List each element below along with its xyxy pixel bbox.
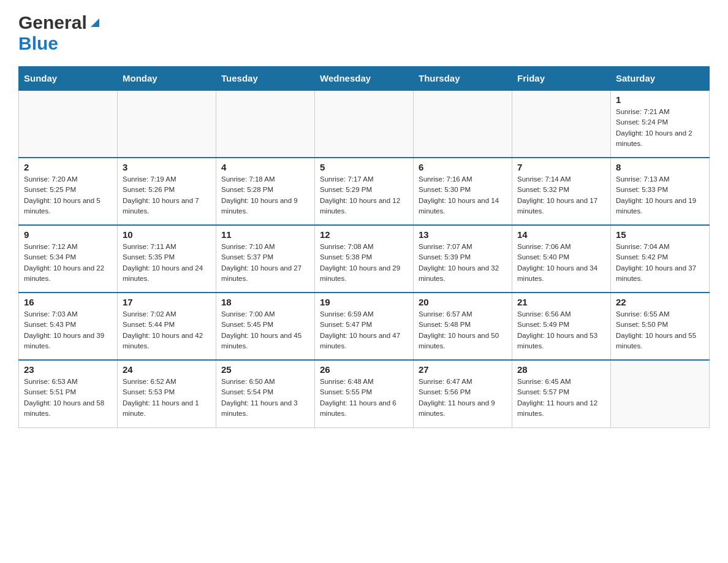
day-info: Sunrise: 7:19 AMSunset: 5:26 PMDaylight:…	[123, 174, 211, 216]
calendar-cell: 6Sunrise: 7:16 AMSunset: 5:30 PMDaylight…	[414, 158, 512, 225]
day-number: 24	[123, 364, 211, 375]
day-info-line: Sunrise: 7:18 AM	[221, 175, 275, 183]
day-info: Sunrise: 6:47 AMSunset: 5:56 PMDaylight:…	[419, 377, 507, 419]
day-number: 26	[320, 364, 408, 375]
weekday-wednesday: Wednesday	[315, 67, 414, 91]
day-info-line: Sunrise: 7:19 AM	[123, 175, 176, 183]
calendar-cell: 20Sunrise: 6:57 AMSunset: 5:48 PMDayligh…	[414, 293, 512, 360]
day-info-line: Daylight: 11 hours and 3 minutes.	[221, 399, 298, 417]
calendar-cell: 10Sunrise: 7:11 AMSunset: 5:35 PMDayligh…	[118, 225, 216, 293]
day-info-line: Sunrise: 6:45 AM	[517, 378, 571, 385]
calendar-cell: 3Sunrise: 7:19 AMSunset: 5:26 PMDaylight…	[118, 158, 216, 225]
calendar-cell: 1Sunrise: 7:21 AMSunset: 5:24 PMDaylight…	[611, 90, 710, 158]
day-number: 28	[517, 364, 605, 375]
day-info-line: Daylight: 10 hours and 34 minutes.	[517, 264, 597, 282]
week-row-4: 16Sunrise: 7:03 AMSunset: 5:43 PMDayligh…	[19, 293, 710, 360]
day-info-line: Daylight: 11 hours and 6 minutes.	[320, 399, 396, 417]
day-info: Sunrise: 6:59 AMSunset: 5:47 PMDaylight:…	[320, 309, 408, 351]
day-info-line: Sunset: 5:49 PM	[517, 321, 569, 328]
day-info-line: Sunset: 5:38 PM	[320, 253, 372, 261]
day-info-line: Sunset: 5:55 PM	[320, 388, 372, 396]
day-info-line: Daylight: 10 hours and 58 minutes.	[24, 399, 104, 417]
day-info: Sunrise: 6:45 AMSunset: 5:57 PMDaylight:…	[517, 377, 605, 419]
day-info-line: Daylight: 10 hours and 32 minutes.	[419, 264, 499, 282]
weekday-monday: Monday	[118, 67, 216, 91]
calendar-cell: 17Sunrise: 7:02 AMSunset: 5:44 PMDayligh…	[118, 293, 216, 360]
calendar-cell	[216, 90, 315, 158]
day-info: Sunrise: 7:03 AMSunset: 5:43 PMDaylight:…	[24, 309, 112, 351]
day-number: 7	[517, 162, 605, 172]
day-info-line: Sunrise: 7:07 AM	[419, 243, 472, 250]
calendar-cell	[19, 90, 118, 158]
day-info-line: Sunset: 5:57 PM	[517, 388, 569, 396]
calendar-cell: 21Sunrise: 6:56 AMSunset: 5:49 PMDayligh…	[512, 293, 611, 360]
day-info: Sunrise: 7:02 AMSunset: 5:44 PMDaylight:…	[123, 309, 211, 351]
day-number: 4	[221, 162, 309, 172]
day-info: Sunrise: 7:07 AMSunset: 5:39 PMDaylight:…	[419, 242, 507, 284]
calendar-cell	[315, 90, 414, 158]
calendar-table: SundayMondayTuesdayWednesdayThursdayFrid…	[18, 66, 710, 428]
day-number: 10	[123, 229, 211, 240]
day-info-line: Sunset: 5:51 PM	[24, 388, 76, 396]
day-info-line: Sunrise: 7:11 AM	[123, 243, 176, 250]
day-info-line: Daylight: 10 hours and 17 minutes.	[517, 197, 597, 215]
header: General Blue	[18, 12, 710, 54]
calendar-cell	[512, 90, 611, 158]
day-info: Sunrise: 6:48 AMSunset: 5:55 PMDaylight:…	[320, 377, 408, 419]
day-info-line: Daylight: 10 hours and 37 minutes.	[616, 264, 696, 282]
weekday-thursday: Thursday	[414, 67, 512, 91]
day-info-line: Sunset: 5:33 PM	[616, 186, 668, 193]
day-info-line: Sunset: 5:50 PM	[616, 321, 668, 328]
calendar-cell: 5Sunrise: 7:17 AMSunset: 5:29 PMDaylight…	[315, 158, 414, 225]
day-info: Sunrise: 7:18 AMSunset: 5:28 PMDaylight:…	[221, 174, 309, 216]
day-info-line: Sunrise: 7:08 AM	[320, 243, 374, 250]
week-row-1: 1Sunrise: 7:21 AMSunset: 5:24 PMDaylight…	[19, 90, 710, 158]
weekday-header-row: SundayMondayTuesdayWednesdayThursdayFrid…	[19, 67, 710, 91]
day-info-line: Daylight: 11 hours and 12 minutes.	[517, 399, 597, 417]
day-info-line: Sunrise: 7:17 AM	[320, 175, 374, 183]
calendar-cell: 23Sunrise: 6:53 AMSunset: 5:51 PMDayligh…	[19, 360, 118, 427]
weekday-friday: Friday	[512, 67, 611, 91]
day-info-line: Daylight: 10 hours and 39 minutes.	[24, 332, 104, 350]
week-row-3: 9Sunrise: 7:12 AMSunset: 5:34 PMDaylight…	[19, 225, 710, 293]
day-info-line: Daylight: 10 hours and 9 minutes.	[221, 197, 298, 215]
day-info-line: Sunrise: 6:53 AM	[24, 378, 78, 385]
calendar-cell: 14Sunrise: 7:06 AMSunset: 5:40 PMDayligh…	[512, 225, 611, 293]
day-info: Sunrise: 7:13 AMSunset: 5:33 PMDaylight:…	[616, 174, 704, 216]
day-info-line: Sunset: 5:48 PM	[419, 321, 471, 328]
day-number: 5	[320, 162, 408, 172]
day-info: Sunrise: 7:14 AMSunset: 5:32 PMDaylight:…	[517, 174, 605, 216]
logo-triangle-icon	[88, 16, 102, 32]
day-info-line: Daylight: 10 hours and 50 minutes.	[419, 332, 499, 350]
day-info-line: Daylight: 10 hours and 19 minutes.	[616, 197, 696, 215]
day-info-line: Sunrise: 6:47 AM	[419, 378, 472, 385]
day-number: 6	[419, 162, 507, 172]
day-info-line: Sunrise: 7:14 AM	[517, 175, 571, 183]
day-number: 19	[320, 297, 408, 307]
day-info: Sunrise: 6:55 AMSunset: 5:50 PMDaylight:…	[616, 309, 704, 351]
day-info-line: Sunrise: 6:59 AM	[320, 310, 374, 318]
calendar-cell: 9Sunrise: 7:12 AMSunset: 5:34 PMDaylight…	[19, 225, 118, 293]
day-number: 14	[517, 229, 605, 240]
day-info-line: Daylight: 10 hours and 24 minutes.	[123, 264, 203, 282]
day-info-line: Sunset: 5:24 PM	[616, 118, 668, 126]
day-info-line: Sunset: 5:45 PM	[221, 321, 273, 328]
day-number: 16	[24, 297, 112, 307]
day-info-line: Sunset: 5:54 PM	[221, 388, 273, 396]
day-info-line: Daylight: 10 hours and 45 minutes.	[221, 332, 301, 350]
day-info-line: Sunrise: 7:10 AM	[221, 243, 275, 250]
day-info-line: Daylight: 10 hours and 55 minutes.	[616, 332, 696, 350]
day-number: 23	[24, 364, 112, 375]
day-info-line: Daylight: 11 hours and 9 minutes.	[419, 399, 495, 417]
day-number: 11	[221, 229, 309, 240]
day-number: 15	[616, 229, 704, 240]
calendar-cell: 24Sunrise: 6:52 AMSunset: 5:53 PMDayligh…	[118, 360, 216, 427]
day-info-line: Sunrise: 6:50 AM	[221, 378, 275, 385]
day-info: Sunrise: 6:52 AMSunset: 5:53 PMDaylight:…	[123, 377, 211, 419]
day-info: Sunrise: 6:53 AMSunset: 5:51 PMDaylight:…	[24, 377, 112, 419]
day-number: 18	[221, 297, 309, 307]
calendar-cell: 13Sunrise: 7:07 AMSunset: 5:39 PMDayligh…	[414, 225, 512, 293]
day-number: 3	[123, 162, 211, 172]
logo-blue-text: Blue	[18, 33, 58, 53]
day-info-line: Daylight: 10 hours and 14 minutes.	[419, 197, 499, 215]
